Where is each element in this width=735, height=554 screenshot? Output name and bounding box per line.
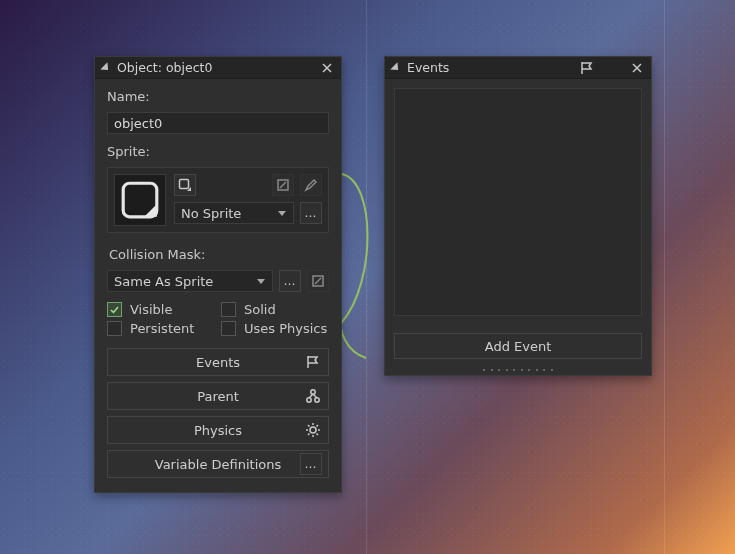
svg-point-7 — [310, 427, 316, 433]
variable-definitions-button-label: Variable Definitions — [155, 457, 282, 472]
events-panel: Events Add Event — [384, 56, 652, 376]
solid-checkbox-row[interactable]: Solid — [221, 302, 317, 317]
object-panel-title: Object: object0 — [117, 60, 212, 75]
uses-physics-label: Uses Physics — [244, 321, 327, 336]
sprite-group: No Sprite … — [107, 167, 329, 233]
flags-group: Visible Solid Persistent Uses Physics — [107, 302, 329, 336]
close-icon — [632, 63, 642, 73]
new-sprite-button[interactable] — [174, 174, 196, 196]
collision-mask-select[interactable]: Same As Sprite — [107, 270, 273, 292]
svg-point-4 — [311, 390, 315, 394]
parent-icon — [304, 387, 322, 405]
sprite-select-value: No Sprite — [181, 206, 241, 221]
sprite-select[interactable]: No Sprite — [174, 202, 294, 224]
object-panel-close-button[interactable] — [319, 60, 335, 76]
edit-mask-icon — [276, 178, 290, 192]
solid-label: Solid — [244, 302, 276, 317]
gear-icon — [304, 421, 322, 439]
no-sprite-icon — [119, 179, 161, 221]
events-panel-titlebar[interactable]: Events — [385, 57, 651, 79]
add-event-button-label: Add Event — [485, 339, 552, 354]
persistent-checkbox[interactable] — [107, 321, 122, 336]
collision-mask-edit-button[interactable] — [307, 270, 329, 292]
collapse-toggle-icon[interactable] — [390, 62, 401, 73]
edit-sprite-button[interactable] — [300, 174, 322, 196]
events-panel-close-button[interactable] — [629, 60, 645, 76]
persistent-checkbox-row[interactable]: Persistent — [107, 321, 203, 336]
events-list-area[interactable] — [394, 88, 642, 316]
variable-definitions-button[interactable]: Variable Definitions … — [107, 450, 329, 478]
uses-physics-checkbox[interactable] — [221, 321, 236, 336]
svg-rect-1 — [180, 180, 189, 189]
flag-icon — [304, 353, 322, 371]
parent-button-label: Parent — [197, 389, 239, 404]
sprite-label: Sprite: — [107, 144, 329, 159]
sprite-thumbnail[interactable] — [114, 174, 166, 226]
events-button-label: Events — [196, 355, 240, 370]
edit-mask-button[interactable] — [272, 174, 294, 196]
collapse-toggle-icon[interactable] — [100, 62, 111, 73]
visible-label: Visible — [130, 302, 172, 317]
solid-checkbox[interactable] — [221, 302, 236, 317]
flag-icon — [579, 60, 595, 76]
more-icon: … — [305, 206, 318, 220]
edit-sprite-icon — [304, 178, 318, 192]
physics-button-label: Physics — [194, 423, 242, 438]
visible-checkbox-row[interactable]: Visible — [107, 302, 203, 317]
more-icon: … — [300, 453, 322, 475]
new-sprite-icon — [178, 178, 192, 192]
collision-mask-label: Collision Mask: — [109, 247, 329, 262]
resize-grip[interactable] — [483, 369, 553, 373]
more-icon: … — [284, 274, 297, 288]
physics-button[interactable]: Physics — [107, 416, 329, 444]
check-icon — [109, 304, 120, 315]
parent-button[interactable]: Parent — [107, 382, 329, 410]
object-panel-titlebar[interactable]: Object: object0 — [95, 57, 341, 79]
name-label: Name: — [107, 89, 329, 104]
svg-point-5 — [307, 398, 311, 402]
visible-checkbox[interactable] — [107, 302, 122, 317]
name-input[interactable] — [107, 112, 329, 134]
close-icon — [322, 63, 332, 73]
events-button[interactable]: Events — [107, 348, 329, 376]
svg-point-6 — [315, 398, 319, 402]
object-panel: Object: object0 Name: Sprite: — [94, 56, 342, 493]
events-panel-title: Events — [407, 60, 449, 75]
add-event-button[interactable]: Add Event — [394, 333, 642, 359]
sprite-browse-button[interactable]: … — [300, 202, 322, 224]
collision-mask-browse-button[interactable]: … — [279, 270, 301, 292]
uses-physics-checkbox-row[interactable]: Uses Physics — [221, 321, 327, 336]
persistent-label: Persistent — [130, 321, 194, 336]
collision-edit-icon — [311, 274, 325, 288]
collision-mask-value: Same As Sprite — [114, 274, 213, 289]
